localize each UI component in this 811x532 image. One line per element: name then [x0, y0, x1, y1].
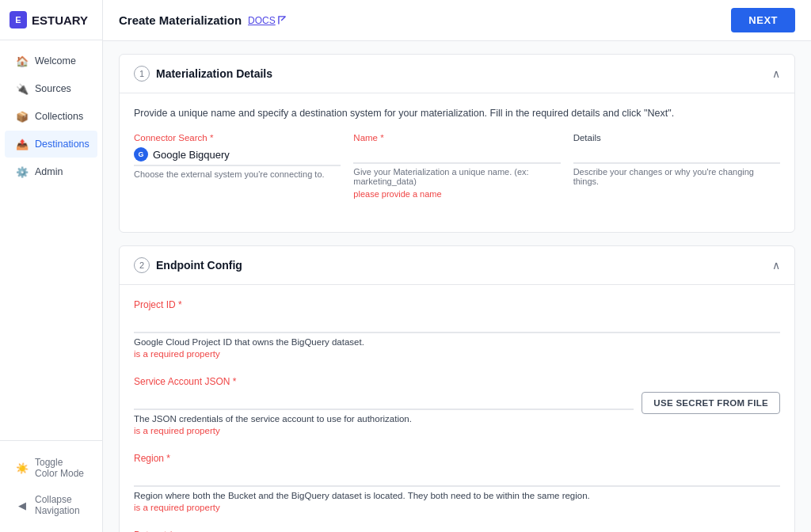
sidebar-logo: E ESTUARY: [0, 0, 102, 40]
sidebar-bottom: ☀️ Toggle Color Mode ◀ Collapse Navigati…: [0, 440, 102, 532]
service-account-row: The JSON credentials of the service acco…: [134, 390, 780, 435]
sidebar-item-label-admin: Admin: [35, 166, 63, 177]
bigquery-icon: G: [134, 147, 148, 162]
name-field: Name * Give your Materialization a uniqu…: [353, 133, 560, 199]
service-account-error: is a required property: [134, 426, 634, 435]
connector-search-field: Connector Search * G Google Bigquery Cho…: [134, 133, 341, 199]
name-label: Name *: [353, 133, 560, 142]
next-button[interactable]: NEXT: [731, 8, 795, 32]
sidebar: E ESTUARY 🏠 Welcome 🔌 Sources 📦 Collecti…: [0, 0, 103, 532]
section1-description: Provide a unique name and specify a dest…: [134, 108, 780, 119]
service-account-hint: The JSON credentials of the service acco…: [134, 414, 634, 424]
logo-text: ESTUARY: [32, 13, 88, 27]
project-id-label: Project ID *: [134, 299, 780, 310]
name-error: please provide a name: [353, 189, 560, 199]
estuary-logo-icon: E: [10, 11, 27, 28]
top-bar-left: Create Materialization DOCS: [119, 13, 287, 27]
region-input[interactable]: [134, 467, 780, 487]
use-secret-button[interactable]: USE SECRET FROM FILE: [642, 392, 780, 414]
project-id-hint: Google Cloud Project ID that owns the Bi…: [134, 337, 780, 347]
page-title: Create Materialization: [119, 13, 242, 27]
sidebar-item-sources[interactable]: 🔌 Sources: [5, 75, 97, 102]
section1-body: Provide a unique name and specify a dest…: [120, 93, 794, 232]
home-icon: 🏠: [16, 55, 29, 67]
service-account-field: Service Account JSON * The JSON credenti…: [134, 376, 780, 435]
details-input[interactable]: [573, 144, 780, 164]
sidebar-item-label-collections: Collections: [35, 111, 83, 122]
sidebar-item-label-toggle: Toggle Color Mode: [35, 457, 86, 479]
external-link-icon: [278, 16, 287, 25]
sidebar-item-collapse-nav[interactable]: ◀ Collapse Navigation: [5, 487, 97, 523]
admin-icon: ⚙️: [16, 165, 29, 178]
sidebar-item-destinations[interactable]: 📤 Destinations: [5, 131, 97, 158]
details-field: Details Describe your changes or why you…: [573, 133, 780, 199]
connector-text: Google Bigquery: [153, 149, 230, 161]
section1-title: 1 Materialization Details: [134, 66, 272, 82]
name-hint: Give your Materialization a unique name.…: [353, 167, 560, 186]
sidebar-item-label-destinations: Destinations: [35, 139, 89, 150]
section2-number: 2: [134, 257, 150, 273]
destinations-icon: 📤: [16, 138, 29, 150]
plug-icon: 🔌: [16, 82, 29, 95]
connector-label: Connector Search *: [134, 133, 341, 142]
section1-chevron: ∧: [772, 67, 780, 80]
section2-chevron: ∧: [772, 259, 780, 272]
region-error: is a required property: [134, 503, 780, 512]
section1-form-grid: Connector Search * G Google Bigquery Cho…: [134, 133, 780, 215]
sidebar-item-admin[interactable]: ⚙️ Admin: [5, 158, 97, 185]
docs-link-text: DOCS: [248, 15, 276, 26]
sun-icon: ☀️: [16, 462, 29, 474]
sidebar-item-welcome[interactable]: 🏠 Welcome: [5, 48, 97, 74]
section1-header[interactable]: 1 Materialization Details ∧: [120, 55, 794, 93]
service-account-label: Service Account JSON *: [134, 376, 780, 387]
region-label: Region *: [134, 453, 780, 464]
connector-hint: Choose the external system you're connec…: [134, 169, 341, 179]
top-bar: Create Materialization DOCS NEXT: [103, 0, 811, 41]
sidebar-item-label-collapse: Collapse Navigation: [35, 494, 86, 516]
project-id-error: is a required property: [134, 349, 780, 359]
details-hint: Describe your changes or why you're chan…: [573, 167, 780, 186]
collapse-icon: ◀: [16, 499, 29, 511]
section-endpoint-config: 2 Endpoint Config ∧ Project ID * Google …: [119, 245, 795, 532]
service-account-input[interactable]: [134, 390, 634, 410]
sidebar-item-label-welcome: Welcome: [35, 55, 76, 66]
service-account-input-wrap: The JSON credentials of the service acco…: [134, 390, 634, 435]
region-hint: Region where both the Bucket and the Big…: [134, 491, 780, 500]
docs-link[interactable]: DOCS: [248, 15, 287, 26]
sidebar-item-collections[interactable]: 📦 Collections: [5, 103, 97, 130]
section-materialization-details: 1 Materialization Details ∧ Provide a un…: [119, 54, 795, 233]
section1-title-text: Materialization Details: [156, 67, 272, 80]
details-label: Details: [573, 133, 780, 142]
main-area: Create Materialization DOCS NEXT 1 Mater…: [103, 0, 811, 532]
sidebar-item-toggle-color[interactable]: ☀️ Toggle Color Mode: [5, 450, 97, 486]
section2-title-text: Endpoint Config: [156, 259, 242, 272]
name-input[interactable]: [353, 144, 560, 164]
sidebar-item-label-sources: Sources: [35, 83, 71, 94]
project-id-input[interactable]: [134, 314, 780, 333]
sidebar-nav: 🏠 Welcome 🔌 Sources 📦 Collections 📤 Dest…: [0, 40, 102, 440]
section1-number: 1: [134, 66, 150, 82]
content-area: 1 Materialization Details ∧ Provide a un…: [103, 41, 811, 532]
section2-body: Project ID * Google Cloud Project ID tha…: [120, 285, 794, 532]
section2-title: 2 Endpoint Config: [134, 257, 242, 273]
collections-icon: 📦: [16, 110, 29, 123]
project-id-field: Project ID * Google Cloud Project ID tha…: [134, 299, 780, 359]
region-field: Region * Region where both the Bucket an…: [134, 453, 780, 512]
connector-value[interactable]: G Google Bigquery: [134, 144, 341, 166]
section2-header[interactable]: 2 Endpoint Config ∧: [120, 246, 794, 285]
